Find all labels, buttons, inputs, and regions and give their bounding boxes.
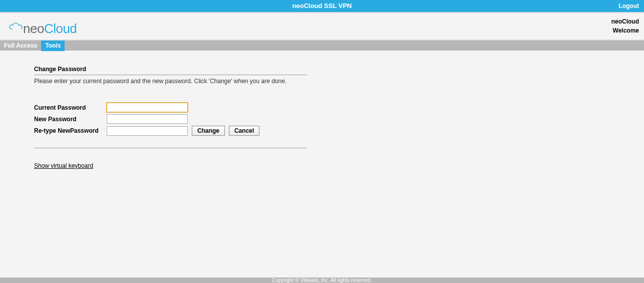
change-button[interactable]: Change bbox=[192, 126, 225, 136]
label-current-password: Current Password bbox=[34, 104, 107, 111]
cloud-icon bbox=[9, 18, 24, 35]
bottom-divider bbox=[34, 148, 307, 148]
page-title: Change Password bbox=[34, 66, 310, 75]
header: neoCloud neoCloud Welcome bbox=[0, 13, 644, 40]
account-name: neoCloud bbox=[611, 17, 639, 26]
header-account: neoCloud Welcome bbox=[611, 17, 639, 35]
virtual-keyboard-link[interactable]: Show virtual keyboard bbox=[34, 162, 93, 169]
row-current-password: Current Password bbox=[34, 103, 310, 112]
logout-link[interactable]: Logout bbox=[618, 0, 639, 12]
row-new-password: New Password bbox=[34, 114, 310, 124]
tab-full-access[interactable]: Full Access bbox=[0, 41, 41, 51]
main-content: Change Password Please enter your curren… bbox=[0, 51, 310, 169]
footer: Copyright © VMware, Inc. All rights rese… bbox=[0, 277, 644, 283]
top-bar: neoCloud SSL VPN Logout bbox=[0, 0, 644, 12]
label-new-password: New Password bbox=[34, 116, 107, 123]
title-divider bbox=[34, 75, 307, 75]
current-password-input[interactable] bbox=[107, 103, 188, 112]
instructions: Please enter your current password and t… bbox=[34, 78, 310, 85]
logo-text: neoCloud bbox=[23, 22, 77, 35]
tab-tools[interactable]: Tools bbox=[41, 41, 65, 51]
app-title: neoCloud SSL VPN bbox=[292, 2, 352, 10]
retype-password-input[interactable] bbox=[107, 126, 188, 136]
logo: neoCloud bbox=[9, 18, 77, 35]
logo-text-neo: neo bbox=[23, 21, 44, 36]
new-password-input[interactable] bbox=[107, 114, 188, 124]
label-retype-password: Re-type NewPassword bbox=[34, 127, 107, 134]
nav-bar: Full AccessTools bbox=[0, 40, 644, 51]
welcome-text: Welcome bbox=[611, 26, 639, 35]
logo-text-cloud: Cloud bbox=[44, 21, 77, 36]
row-retype-password: Re-type NewPassword Change Cancel bbox=[34, 126, 310, 136]
footer-text: Copyright © VMware, Inc. All rights rese… bbox=[272, 277, 372, 283]
cancel-button[interactable]: Cancel bbox=[229, 126, 259, 136]
